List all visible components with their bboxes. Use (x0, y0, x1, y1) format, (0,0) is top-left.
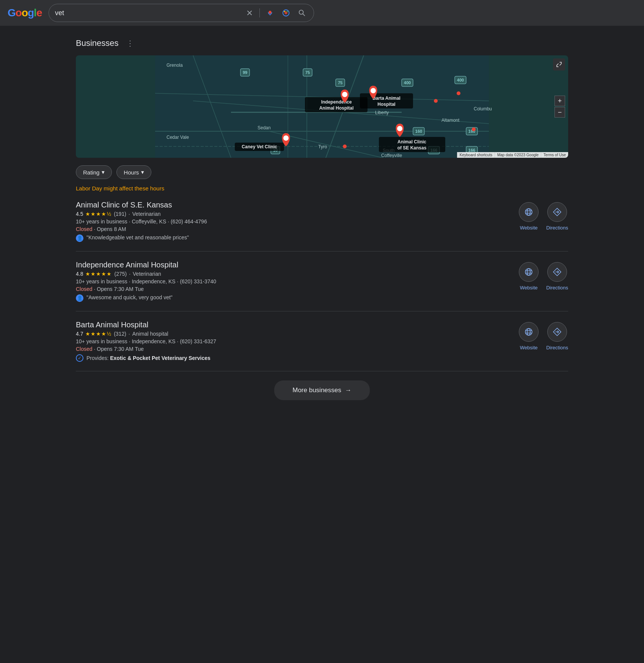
review-count: (275) (114, 271, 127, 277)
business-quote: 👤 "Awesome and quick, very good vet" (76, 294, 519, 302)
more-businesses-label: More businesses (292, 386, 341, 394)
svg-text:400: 400 (457, 78, 464, 82)
website-label: Website (520, 345, 538, 350)
svg-text:Independence: Independence (321, 99, 352, 105)
business-location: Independence, KS (132, 278, 175, 284)
star-rating: ★★★★½ (85, 211, 112, 217)
svg-point-59 (434, 99, 438, 103)
business-phone: (620) 331-3740 (180, 278, 216, 284)
website-button-3[interactable]: Website (519, 322, 539, 350)
business-open-time: · Opens 7:30 AM Tue (94, 286, 144, 292)
rating-number: 4.5 (76, 211, 83, 217)
website-icon (519, 262, 539, 282)
svg-point-6 (287, 11, 288, 13)
directions-icon (547, 262, 567, 282)
rating-filter-icon: ▾ (102, 169, 105, 176)
zoom-out-button[interactable]: − (554, 107, 565, 118)
svg-text:99: 99 (243, 70, 247, 75)
svg-text:400: 400 (404, 80, 411, 85)
map-attribution: Keyboard shortcuts Map data ©2023 Google… (457, 152, 568, 158)
svg-text:75: 75 (338, 80, 342, 85)
map-expand-button[interactable] (553, 58, 565, 71)
svg-point-76 (527, 328, 530, 335)
more-businesses-button[interactable]: More businesses → (274, 380, 370, 400)
search-input[interactable] (55, 9, 240, 17)
svg-text:160: 160 (415, 129, 422, 134)
badge-text: Provides: Exotic & Pocket Pet Veterinary… (86, 355, 210, 361)
star-rating: ★★★★★ (85, 271, 112, 277)
search-button[interactable] (296, 7, 308, 19)
svg-text:Tyro: Tyro (318, 144, 327, 149)
website-button-2[interactable]: Website (519, 262, 539, 291)
labor-day-notice: Labor Day might affect these hours (76, 185, 568, 192)
svg-point-75 (525, 328, 532, 335)
hours-filter-icon: ▾ (141, 169, 144, 176)
quote-avatar: 👤 (76, 234, 83, 242)
business-rating-row: 4.8 ★★★★★ (275) · Veterinarian (76, 271, 519, 277)
business-rating-row: 4.7 ★★★★½ (312) · Animal hospital (76, 331, 519, 337)
businesses-header: Businesses ⋮ (76, 37, 568, 49)
directions-label: Directions (546, 285, 568, 291)
search-bar (49, 4, 314, 22)
business-name[interactable]: Barta Animal Hospital (76, 321, 519, 329)
business-type: Animal hospital (132, 331, 168, 337)
more-businesses-arrow: → (345, 386, 352, 394)
clear-search-button[interactable] (244, 8, 255, 18)
map-zoom-controls: + − (554, 96, 565, 118)
svg-text:of SE Kansas: of SE Kansas (397, 145, 427, 151)
quote-text: "Awesome and quick, very good vet" (86, 294, 173, 300)
business-location: Coffeyville, KS (132, 218, 166, 225)
website-icon (519, 322, 539, 342)
main-content: Businesses ⋮ 75 75 400 400 (0, 26, 644, 423)
svg-text:Animal Hospital: Animal Hospital (319, 105, 354, 111)
business-status: Closed (76, 346, 93, 352)
business-item: Barta Animal Hospital 4.7 ★★★★½ (312) · … (76, 311, 568, 371)
website-button-1[interactable]: Website (519, 202, 539, 231)
google-lens-button[interactable] (280, 7, 292, 19)
svg-point-5 (284, 11, 286, 13)
directions-button-3[interactable]: Directions (546, 322, 568, 350)
business-location: Independence, KS (132, 338, 175, 344)
quote-text: "Knowledgeable vet and reasonable prices… (86, 234, 189, 240)
directions-button-2[interactable]: Directions (546, 262, 568, 291)
svg-point-64 (342, 92, 347, 97)
map-container[interactable]: 75 75 400 400 160 160 166 166 99 10 Gren… (76, 55, 568, 158)
svg-point-62 (343, 145, 347, 148)
business-actions: Website Directions (519, 201, 568, 231)
zoom-in-button[interactable]: + (554, 96, 565, 106)
directions-label: Directions (546, 225, 568, 231)
business-name[interactable]: Animal Clinic of S.E. Kansas (76, 201, 519, 209)
svg-text:Caney Vet Clinic: Caney Vet Clinic (242, 144, 277, 149)
map-attribution-keyboard[interactable]: Keyboard shortcuts (457, 152, 495, 158)
svg-text:75: 75 (305, 70, 310, 75)
header: Google (0, 0, 644, 26)
voice-search-button[interactable] (264, 7, 276, 19)
business-info: Barta Animal Hospital 4.7 ★★★★½ (312) · … (76, 321, 519, 362)
business-hours-row: Closed · Opens 7:30 AM Tue (76, 346, 519, 352)
directions-icon (547, 322, 567, 342)
map-attribution-data: Map data ©2023 Google (495, 152, 541, 158)
business-rating-row: 4.5 ★★★★½ (191) · Veterinarian (76, 211, 519, 217)
business-item: Animal Clinic of S.E. Kansas 4.5 ★★★★½ (… (76, 201, 568, 251)
more-options-button[interactable]: ⋮ (123, 37, 137, 49)
directions-button-1[interactable]: Directions (546, 202, 568, 231)
review-count: (312) (114, 331, 126, 337)
website-label: Website (520, 285, 538, 291)
svg-text:Columbu: Columbu (474, 106, 492, 112)
years-in-business: 10+ years in business (76, 338, 127, 344)
map-attribution-terms[interactable]: Terms of Use (541, 152, 568, 158)
business-open-time: · Opens 7:30 AM Tue (94, 346, 144, 352)
hours-filter-button[interactable]: Hours ▾ (116, 165, 151, 179)
business-phone: (620) 331-6327 (180, 338, 216, 344)
business-hours-row: Closed · Opens 8 AM (76, 226, 519, 232)
rating-number: 4.8 (76, 271, 83, 277)
website-icon (519, 202, 539, 222)
svg-point-71 (525, 269, 532, 275)
google-logo: Google (8, 7, 42, 19)
directions-label: Directions (546, 345, 568, 350)
business-list: Animal Clinic of S.E. Kansas 4.5 ★★★★½ (… (76, 201, 568, 371)
svg-point-67 (525, 209, 532, 215)
business-name[interactable]: Independence Animal Hospital (76, 261, 519, 269)
rating-filter-button[interactable]: Rating ▾ (76, 165, 112, 179)
svg-text:Animal Clinic: Animal Clinic (397, 139, 426, 145)
